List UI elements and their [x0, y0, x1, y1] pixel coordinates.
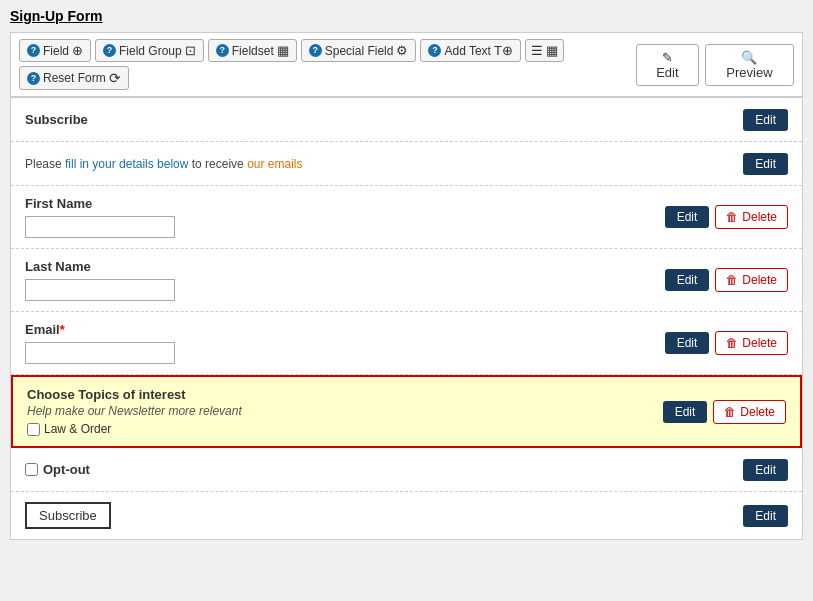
last-name-trash-icon: 🗑	[726, 273, 738, 287]
form-area: Subscribe Edit Please fill in your detai…	[10, 97, 803, 540]
first-name-delete-label: Delete	[742, 210, 777, 224]
choose-topics-desc: Help make our Newsletter more relevant	[27, 404, 653, 418]
add-text-icon: T⊕	[494, 43, 513, 58]
last-name-content: Last Name	[25, 259, 655, 301]
last-name-delete-button[interactable]: 🗑 Delete	[715, 268, 788, 292]
email-actions: Edit 🗑 Delete	[665, 331, 788, 355]
main-preview-label: Preview	[726, 65, 772, 80]
first-name-row: First Name Edit 🗑 Delete	[11, 186, 802, 249]
email-input[interactable]	[25, 342, 175, 364]
last-name-row: Last Name Edit 🗑 Delete	[11, 249, 802, 312]
first-name-label: First Name	[25, 196, 92, 211]
add-text-question-icon: ?	[428, 44, 441, 57]
reset-form-icon: ⟳	[109, 70, 121, 86]
fieldset-icon: ▦	[277, 43, 289, 58]
page-title: Sign-Up Form	[10, 8, 803, 24]
law-order-checkbox[interactable]	[27, 423, 40, 436]
subscribe-heading-actions: Edit	[743, 109, 788, 131]
special-field-question-icon: ?	[309, 44, 322, 57]
first-name-input[interactable]	[25, 216, 175, 238]
field-question-icon: ?	[27, 44, 40, 57]
field-group-icon: ⊡	[185, 43, 196, 58]
toolbar-left: ? Field ⊕ ? Field Group ⊡ ? Fieldset ▦ ?…	[19, 39, 636, 90]
list-icon: ☰	[531, 43, 543, 58]
toolbar-special-field-button[interactable]: ? Special Field ⚙	[301, 39, 417, 62]
our-emails-link: our emails	[247, 157, 302, 171]
email-content: Email*	[25, 322, 655, 364]
opt-out-edit-button[interactable]: Edit	[743, 459, 788, 481]
description-edit-button[interactable]: Edit	[743, 153, 788, 175]
toolbar-field-button[interactable]: ? Field ⊕	[19, 39, 91, 62]
main-edit-button[interactable]: ✎ Edit	[636, 44, 699, 86]
last-name-input[interactable]	[25, 279, 175, 301]
opt-out-row: Opt-out Edit	[11, 448, 802, 492]
email-delete-button[interactable]: 🗑 Delete	[715, 331, 788, 355]
subscribe-button-actions: Edit	[743, 505, 788, 527]
description-content: Please fill in your details below to rec…	[25, 156, 733, 171]
last-name-actions: Edit 🗑 Delete	[665, 268, 788, 292]
subscribe-button-row: Subscribe Edit	[11, 492, 802, 539]
special-field-label: Special Field	[325, 44, 394, 58]
toolbar-reset-form-button[interactable]: ? Reset Form ⟳	[19, 66, 129, 90]
main-edit-label: Edit	[656, 65, 678, 80]
field-group-label: Field Group	[119, 44, 182, 58]
email-required-star: *	[60, 322, 65, 337]
choose-topics-row: Choose Topics of interest Help make our …	[11, 375, 802, 448]
choose-topics-edit-button[interactable]: Edit	[663, 401, 708, 423]
last-name-label: Last Name	[25, 259, 91, 274]
field-add-icon: ⊕	[72, 43, 83, 58]
toolbar-list-icons-button[interactable]: ☰ ▦	[525, 39, 564, 62]
toolbar-right: ✎ Edit 🔍 Preview	[636, 44, 794, 86]
description-row: Please fill in your details below to rec…	[11, 142, 802, 186]
last-name-delete-label: Delete	[742, 273, 777, 287]
subscribe-button[interactable]: Subscribe	[25, 502, 111, 529]
opt-out-actions: Edit	[743, 459, 788, 481]
first-name-trash-icon: 🗑	[726, 210, 738, 224]
preview-search-icon: 🔍	[741, 50, 757, 65]
field-label: Field	[43, 44, 69, 58]
description-text: Please fill in your details below to rec…	[25, 157, 303, 171]
reset-form-question-icon: ?	[27, 72, 40, 85]
email-row: Email* Edit 🗑 Delete	[11, 312, 802, 375]
first-name-content: First Name	[25, 196, 655, 238]
fill-in-link: fill in your details below	[65, 157, 188, 171]
email-trash-icon: 🗑	[726, 336, 738, 350]
choose-topics-checkbox-row: Law & Order	[27, 422, 653, 436]
choose-topics-trash-icon: 🗑	[724, 405, 736, 419]
email-label: Email*	[25, 322, 65, 337]
toolbar-field-group-button[interactable]: ? Field Group ⊡	[95, 39, 204, 62]
opt-out-checkbox-row: Opt-out	[25, 462, 733, 477]
choose-topics-content: Choose Topics of interest Help make our …	[27, 387, 653, 436]
edit-pencil-icon: ✎	[662, 50, 673, 65]
last-name-edit-button[interactable]: Edit	[665, 269, 710, 291]
opt-out-label: Opt-out	[43, 462, 90, 477]
fieldset-question-icon: ?	[216, 44, 229, 57]
main-preview-button[interactable]: 🔍 Preview	[705, 44, 794, 86]
reset-form-label: Reset Form	[43, 71, 106, 85]
choose-topics-delete-button[interactable]: 🗑 Delete	[713, 400, 786, 424]
fieldset-label: Fieldset	[232, 44, 274, 58]
subscribe-heading-text: Subscribe	[25, 112, 88, 127]
first-name-actions: Edit 🗑 Delete	[665, 205, 788, 229]
choose-topics-delete-label: Delete	[740, 405, 775, 419]
subscribe-button-content: Subscribe	[25, 502, 733, 529]
description-actions: Edit	[743, 153, 788, 175]
law-order-label: Law & Order	[44, 422, 111, 436]
toolbar-fieldset-button[interactable]: ? Fieldset ▦	[208, 39, 297, 62]
choose-topics-actions: Edit 🗑 Delete	[663, 400, 786, 424]
subscribe-button-edit-button[interactable]: Edit	[743, 505, 788, 527]
first-name-edit-button[interactable]: Edit	[665, 206, 710, 228]
opt-out-checkbox[interactable]	[25, 463, 38, 476]
toolbar: ? Field ⊕ ? Field Group ⊡ ? Fieldset ▦ ?…	[10, 32, 803, 97]
first-name-delete-button[interactable]: 🗑 Delete	[715, 205, 788, 229]
toolbar-add-text-button[interactable]: ? Add Text T⊕	[420, 39, 520, 62]
subscribe-heading-edit-button[interactable]: Edit	[743, 109, 788, 131]
subscribe-heading-row: Subscribe Edit	[11, 98, 802, 142]
grid-icon: ▦	[546, 43, 558, 58]
add-text-label: Add Text	[444, 44, 490, 58]
email-edit-button[interactable]: Edit	[665, 332, 710, 354]
opt-out-content: Opt-out	[25, 462, 733, 477]
subscribe-heading-content: Subscribe	[25, 112, 733, 127]
field-group-question-icon: ?	[103, 44, 116, 57]
special-field-icon: ⚙	[396, 43, 408, 58]
